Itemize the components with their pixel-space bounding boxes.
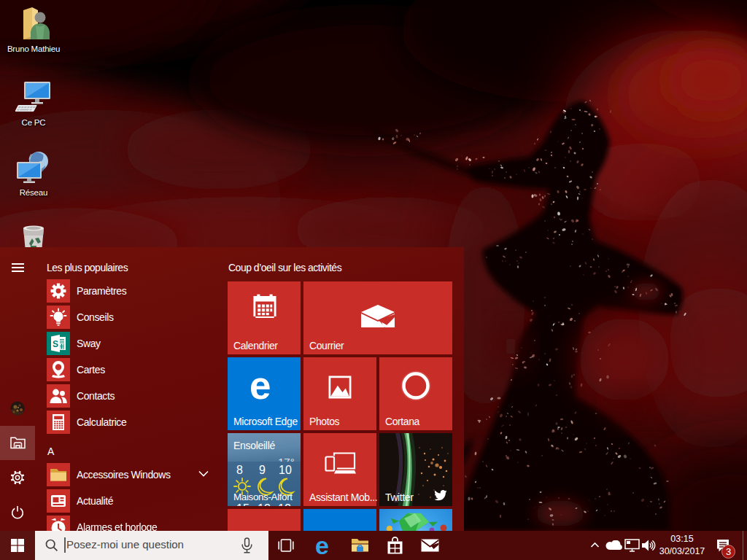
svg-text:e: e	[315, 534, 329, 558]
svg-text:S: S	[53, 339, 58, 349]
svg-text:e: e	[249, 368, 271, 405]
